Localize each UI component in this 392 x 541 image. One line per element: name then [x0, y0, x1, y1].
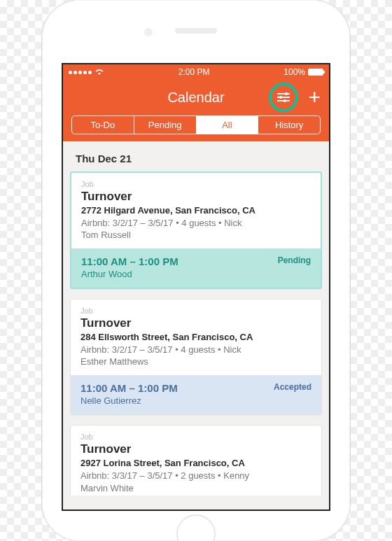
job-tag: Job	[80, 433, 312, 441]
tab-history[interactable]: History	[258, 116, 320, 134]
job-meta: Airbnb: 3/2/17 – 3/5/17 • 4 guests • Nic…	[81, 217, 311, 230]
tab-all[interactable]: All	[197, 116, 259, 134]
job-address: 284 Ellsworth Street, San Francisco, CA	[80, 332, 312, 342]
job-time: 11:00 AM – 1:00 PM	[80, 382, 178, 394]
job-meta: Airbnb: 3/3/17 – 3/5/17 • 2 guests • Ken…	[80, 470, 312, 482]
add-button[interactable]: +	[308, 87, 321, 108]
nav-bar: Calendar + To-Do Pending All	[63, 80, 329, 141]
job-tag: Job	[81, 180, 311, 188]
tab-pending[interactable]: Pending	[134, 116, 197, 134]
status-bar: 2:00 PM 100%	[63, 64, 329, 80]
job-host: Marvin White	[80, 483, 312, 493]
tab-todo[interactable]: To-Do	[72, 116, 134, 134]
job-list[interactable]: Thu Dec 21 Job Turnover 2772 Hilgard Ave…	[63, 141, 329, 496]
job-tag: Job	[80, 307, 312, 315]
job-title: Turnover	[81, 190, 311, 204]
job-time: 11:00 AM – 1:00 PM	[81, 255, 178, 267]
job-card[interactable]: Job Turnover 284 Ellsworth Street, San F…	[70, 299, 322, 415]
status-badge: Pending	[278, 255, 311, 265]
job-address: 2927 Lorina Street, San Francisco, CA	[80, 458, 312, 468]
job-card[interactable]: Job Turnover 2772 Hilgard Avenue, San Fr…	[70, 171, 322, 289]
phone-speaker	[175, 28, 217, 34]
job-title: Turnover	[80, 316, 312, 330]
job-assignee: Nelle Gutierrez	[80, 395, 178, 406]
signal-dots-icon	[69, 71, 92, 74]
svg-point-5	[284, 99, 286, 102]
date-header: Thu Dec 21	[63, 141, 329, 171]
job-footer: 11:00 AM – 1:00 PM Arthur Wood Pending	[71, 248, 321, 288]
job-address: 2772 Hilgard Avenue, San Francisco, CA	[81, 205, 311, 216]
phone-camera	[144, 28, 153, 36]
home-button[interactable]	[176, 514, 216, 541]
filter-icon	[276, 92, 290, 103]
status-time: 2:00 PM	[178, 67, 210, 77]
status-left	[69, 69, 104, 76]
job-title: Turnover	[80, 442, 312, 456]
job-meta: Airbnb: 3/2/17 – 3/5/17 • 4 guests • Nic…	[80, 344, 312, 356]
job-assignee: Arthur Wood	[81, 269, 178, 279]
job-footer: 11:00 AM – 1:00 PM Nelle Gutierrez Accep…	[71, 375, 321, 414]
job-host: Tom Russell	[81, 230, 311, 240]
segmented-control: To-Do Pending All History	[71, 115, 321, 134]
svg-point-1	[285, 92, 288, 95]
job-card[interactable]: Job Turnover 2927 Lorina Street, San Fra…	[70, 425, 322, 496]
svg-point-3	[279, 96, 282, 99]
job-host: Esther Matthews	[80, 356, 312, 367]
filter-button[interactable]	[269, 83, 298, 112]
phone-frame: 2:00 PM 100% Calendar	[42, 0, 350, 541]
battery-percent: 100%	[284, 67, 305, 77]
screen: 2:00 PM 100% Calendar	[62, 63, 330, 511]
battery-icon	[308, 69, 323, 76]
wifi-icon	[94, 69, 104, 76]
status-right: 100%	[284, 67, 323, 77]
status-badge: Accepted	[274, 382, 312, 392]
